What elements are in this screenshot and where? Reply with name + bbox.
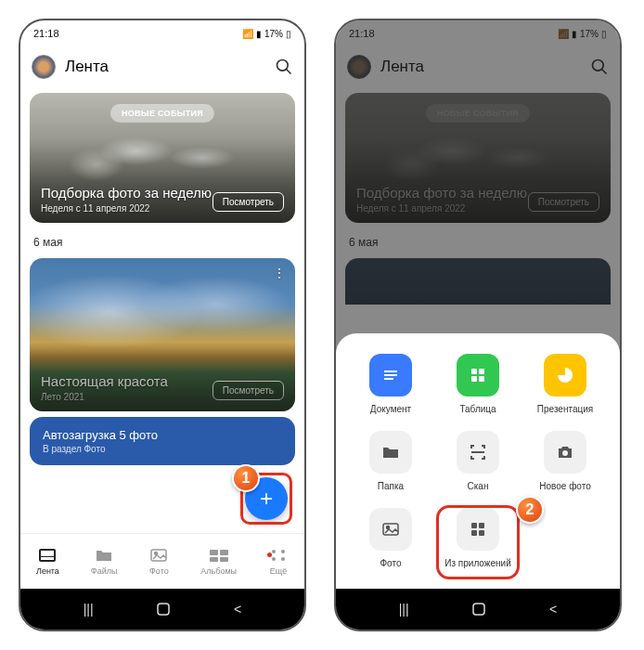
status-icons: 📶 ▮ 17% ▯ xyxy=(242,29,291,39)
banner-title: Автозагрузка 5 фото xyxy=(43,428,282,442)
svg-rect-22 xyxy=(479,369,484,374)
nav-label: Файлы xyxy=(91,566,118,576)
svg-rect-20 xyxy=(384,378,393,380)
plus-icon: + xyxy=(260,486,273,512)
android-navbar: ||| < xyxy=(20,589,304,630)
svg-point-11 xyxy=(272,550,276,553)
card-title: Настоящая красота xyxy=(41,373,284,389)
app-header: Лента xyxy=(20,46,304,87)
phone-right: 21:18 📶 ▮ 17% ▯ Лента НОВЫЕ СОБЫТИЯ Подб… xyxy=(334,19,622,631)
sheet-scan[interactable]: Скан xyxy=(437,431,519,491)
back-button[interactable]: < xyxy=(549,602,557,617)
recents-button[interactable]: ||| xyxy=(399,602,409,617)
svg-point-6 xyxy=(155,552,158,555)
notification-dot xyxy=(267,552,272,557)
sheet-new-photo[interactable]: Новое фото xyxy=(524,431,606,491)
feed-card-weekly[interactable]: НОВЫЕ СОБЫТИЯ Подборка фото за неделю Не… xyxy=(30,93,295,223)
date-section-label: 6 мая xyxy=(20,228,304,253)
sheet-photo[interactable]: Фото xyxy=(350,508,431,568)
svg-line-1 xyxy=(287,70,291,74)
camera-icon xyxy=(544,431,586,474)
sheet-label: Скан xyxy=(468,481,489,491)
albums-icon xyxy=(209,547,229,564)
svg-rect-18 xyxy=(384,370,397,372)
nav-feed[interactable]: Лента xyxy=(36,547,59,576)
callout-2: 2 xyxy=(516,496,544,524)
svg-point-28 xyxy=(387,526,390,529)
sheet-folder[interactable]: Папка xyxy=(350,431,431,491)
svg-rect-32 xyxy=(479,530,484,536)
svg-rect-7 xyxy=(210,550,218,555)
nav-label: Ещё xyxy=(270,566,287,576)
svg-rect-30 xyxy=(479,523,484,528)
nav-more[interactable]: Ещё xyxy=(268,547,289,576)
nav-photo[interactable]: Фото xyxy=(148,547,169,576)
photo-icon xyxy=(148,547,169,564)
sheet-table[interactable]: Таблица xyxy=(437,354,519,414)
apps-icon xyxy=(457,508,499,551)
recents-button[interactable]: ||| xyxy=(84,602,94,617)
status-time: 21:18 xyxy=(33,28,59,39)
sheet-presentation[interactable]: Презентация xyxy=(524,354,606,414)
bottom-nav: Лента Файлы Фото Альбомы Ещё xyxy=(20,533,304,589)
folder-icon xyxy=(94,547,114,564)
svg-rect-9 xyxy=(210,557,218,562)
autoupload-banner[interactable]: Автозагрузка 5 фото В раздел Фото xyxy=(30,417,295,465)
sheet-label: Презентация xyxy=(537,404,593,414)
svg-rect-19 xyxy=(384,374,397,376)
sheet-label: Фото xyxy=(380,558,402,568)
view-button[interactable]: Посмотреть xyxy=(213,192,284,212)
page-title: Лента xyxy=(65,58,265,76)
svg-rect-15 xyxy=(158,604,169,615)
svg-rect-10 xyxy=(220,557,228,562)
more-icon[interactable]: ⋮ xyxy=(273,266,286,280)
nav-albums[interactable]: Альбомы xyxy=(200,547,237,576)
svg-point-26 xyxy=(562,450,568,456)
banner-subtitle: В раздел Фото xyxy=(43,444,282,454)
nav-label: Лента xyxy=(36,566,59,576)
nav-files[interactable]: Файлы xyxy=(91,547,118,576)
svg-rect-23 xyxy=(471,376,477,382)
sheet-label: Из приложений xyxy=(444,558,510,568)
sheet-label: Папка xyxy=(378,481,404,491)
home-button[interactable] xyxy=(471,602,486,617)
home-button[interactable] xyxy=(156,602,171,617)
scan-icon xyxy=(457,431,499,474)
wifi-icon: 📶 xyxy=(242,29,253,39)
svg-point-14 xyxy=(281,557,285,561)
table-icon xyxy=(457,354,499,396)
avatar[interactable] xyxy=(32,55,56,79)
card-subtitle: Лето 2021 xyxy=(41,392,284,402)
presentation-icon xyxy=(544,354,586,396)
gallery-icon xyxy=(369,508,412,551)
android-navbar: ||| < xyxy=(336,589,620,630)
feed-card-beauty[interactable]: ⋮ Настоящая красота Лето 2021 Посмотреть xyxy=(30,258,295,411)
svg-rect-21 xyxy=(471,369,477,374)
feed-icon xyxy=(37,547,58,564)
create-sheet: Документ Таблица Презентация Папка Скан xyxy=(336,333,620,589)
nav-label: Фото xyxy=(149,566,169,576)
svg-rect-8 xyxy=(220,550,228,555)
svg-point-12 xyxy=(281,550,285,553)
phone-left: 21:18 📶 ▮ 17% ▯ Лента НОВЫЕ СОБЫТИЯ Подб… xyxy=(19,19,306,631)
view-button[interactable]: Посмотреть xyxy=(213,381,284,400)
nav-label: Альбомы xyxy=(200,566,237,576)
svg-rect-31 xyxy=(471,530,477,536)
search-icon[interactable] xyxy=(275,58,293,76)
status-bar: 21:18 📶 ▮ 17% ▯ xyxy=(20,20,304,46)
sheet-document[interactable]: Документ xyxy=(350,354,431,414)
sheet-from-apps[interactable]: Из приложений xyxy=(437,508,519,568)
sheet-label: Таблица xyxy=(459,404,496,414)
sheet-label: Новое фото xyxy=(539,481,590,491)
svg-rect-3 xyxy=(41,551,54,556)
new-events-badge: НОВЫЕ СОБЫТИЯ xyxy=(110,104,214,123)
sheet-label: Документ xyxy=(370,404,411,414)
folder-icon xyxy=(369,431,412,474)
callout-1: 1 xyxy=(232,464,260,492)
back-button[interactable]: < xyxy=(234,602,241,617)
svg-rect-24 xyxy=(479,376,484,382)
svg-rect-29 xyxy=(471,523,477,528)
signal-icon: ▮ xyxy=(256,29,262,39)
svg-point-13 xyxy=(272,557,276,561)
svg-point-0 xyxy=(277,60,289,72)
